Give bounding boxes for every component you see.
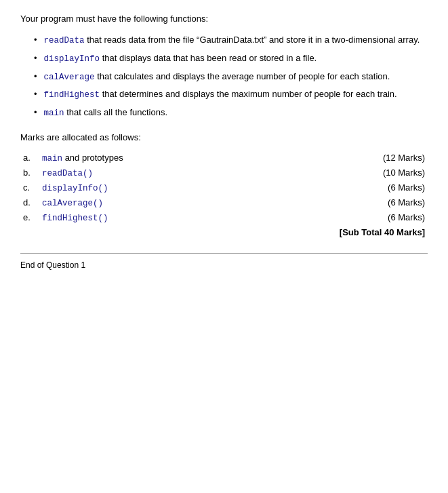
desc-readdata: that reads data from the file “GautrainD…: [85, 35, 420, 45]
marks-letter-d: d.: [20, 195, 39, 210]
list-item: calAverage that calculates and displays …: [34, 70, 428, 84]
marks-score-d: (6 Marks): [346, 195, 428, 210]
marks-section: Marks are allocated as follows: a. main …: [20, 132, 428, 239]
list-item: displayInfo that displays data that has …: [34, 52, 428, 66]
list-item-content: main that calls all the functions.: [44, 106, 168, 120]
marks-intro: Marks are allocated as follows:: [20, 132, 428, 142]
marks-letter-e: e.: [20, 210, 39, 225]
marks-letter-b: b.: [20, 165, 39, 180]
marks-score-e: (6 Marks): [346, 210, 428, 225]
subtotal-text: [Sub Total 40 Marks]: [20, 225, 428, 239]
marks-score-a: (12 Marks): [346, 151, 428, 165]
marks-label-a: and prototypes: [62, 153, 123, 163]
desc-displayinfo: that displays data that has been read or…: [100, 53, 317, 63]
marks-score-b: (10 Marks): [346, 165, 428, 180]
marks-item-e: findHighest(): [39, 210, 346, 225]
code-displayinfo: displayInfo: [44, 54, 100, 64]
code-main: main: [44, 109, 64, 118]
marks-item-b: readData(): [39, 165, 346, 180]
end-divider: [20, 253, 428, 254]
list-item-content: readData that reads data from the file “…: [44, 33, 420, 47]
list-item-content: findHighest that determines and displays…: [44, 87, 397, 102]
subtotal-row: [Sub Total 40 Marks]: [20, 225, 428, 239]
desc-calaverage: that calculates and displays the average…: [95, 71, 390, 81]
desc-main: that calls all the functions.: [64, 107, 167, 117]
marks-row-d: d. calAverage() (6 Marks): [20, 195, 428, 210]
intro-text: Your program must have the following fun…: [20, 14, 428, 24]
function-list: readData that reads data from the file “…: [34, 33, 428, 120]
end-label: End of Question 1: [20, 260, 428, 270]
marks-table: a. main and prototypes (12 Marks) b. rea…: [20, 151, 428, 239]
marks-row-b: b. readData() (10 Marks): [20, 165, 428, 180]
list-item-content: calAverage that calculates and displays …: [44, 70, 390, 84]
marks-row-a: a. main and prototypes (12 Marks): [20, 151, 428, 165]
code-readdata-mark: readData(): [42, 169, 93, 178]
list-item-content: displayInfo that displays data that has …: [44, 52, 317, 66]
list-item: main that calls all the functions.: [34, 106, 428, 120]
marks-row-c: c. displayInfo() (6 Marks): [20, 180, 428, 195]
code-calaverage-mark: calAverage(): [42, 199, 103, 208]
marks-item-c: displayInfo(): [39, 180, 346, 195]
code-displayinfo-mark: displayInfo(): [42, 184, 108, 193]
list-item: readData that reads data from the file “…: [34, 33, 428, 47]
marks-item-d: calAverage(): [39, 195, 346, 210]
marks-item-a: main and prototypes: [39, 151, 346, 165]
code-readdata: readData: [44, 36, 85, 45]
marks-letter-a: a.: [20, 151, 39, 165]
marks-row-e: e. findHighest() (6 Marks): [20, 210, 428, 225]
code-main-mark: main: [42, 154, 62, 163]
desc-findhighest: that determines and displays the maximum…: [100, 89, 397, 99]
code-calaverage: calAverage: [44, 73, 95, 82]
marks-score-c: (6 Marks): [346, 180, 428, 195]
code-findhighest: findHighest: [44, 90, 100, 100]
code-findhighest-mark: findHighest(): [42, 214, 108, 223]
list-item: findHighest that determines and displays…: [34, 87, 428, 102]
marks-letter-c: c.: [20, 180, 39, 195]
